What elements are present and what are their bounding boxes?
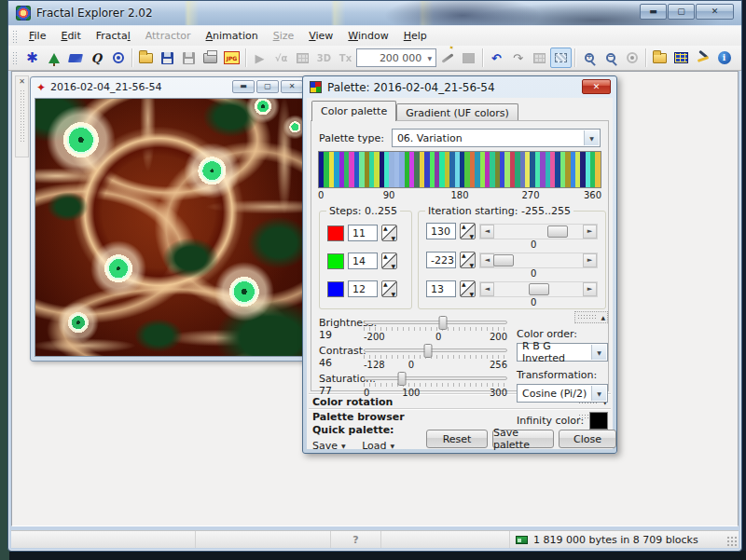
load-dropdown[interactable]: Load▼ <box>362 440 394 452</box>
tree-mode-button[interactable] <box>43 48 64 68</box>
scroll-thumb[interactable] <box>529 283 549 295</box>
attractor-mode-button[interactable] <box>107 48 129 68</box>
maximize-button[interactable]: ▢ <box>668 4 695 20</box>
tools-icon <box>697 52 710 63</box>
scroll-left-icon[interactable]: ◄ <box>480 225 494 239</box>
grid-button <box>292 48 313 68</box>
scroll-left-icon[interactable]: ◄ <box>480 253 494 267</box>
slider-thumb[interactable] <box>438 316 447 330</box>
undo-button[interactable]: ↶ <box>486 48 507 68</box>
palette-table-button[interactable] <box>670 48 692 68</box>
app-icon <box>16 6 31 20</box>
iteration-red-input[interactable]: 130 <box>426 223 456 239</box>
scroll-thumb[interactable] <box>493 254 514 266</box>
scroll-left-icon[interactable]: ◄ <box>480 282 494 296</box>
iteration-red-spinner[interactable] <box>460 223 476 239</box>
blue-steps-input[interactable]: 12 <box>348 280 378 297</box>
menu-view[interactable]: View <box>301 27 340 45</box>
blue-steps-spinner[interactable] <box>381 280 397 297</box>
wand-button[interactable] <box>436 48 458 68</box>
close-icon[interactable]: ✕ <box>16 76 28 86</box>
panel-collapse-button[interactable]: ▲ <box>574 311 608 323</box>
scroll-right-icon[interactable]: ► <box>583 282 597 296</box>
fractal-image[interactable] <box>35 98 304 357</box>
close-button[interactable]: ✕ <box>696 4 734 20</box>
child-minimize-button[interactable]: ▬ <box>232 80 255 93</box>
slider-tick-label: -128 <box>364 360 385 370</box>
title-bar[interactable]: Fractal Explorer 2.02 ▬ ▢ ✕ <box>8 1 741 25</box>
menu-fractal[interactable]: Fractal <box>89 27 138 45</box>
selection-tool-button[interactable] <box>550 48 572 68</box>
scroll-right-icon[interactable]: ► <box>583 225 597 239</box>
iteration-blue-input[interactable]: 13 <box>426 280 456 297</box>
menu-edit[interactable]: Edit <box>53 27 88 45</box>
slider-thumb[interactable] <box>397 372 406 386</box>
save-palette-button[interactable]: Save palette <box>492 430 554 448</box>
brightness-slider[interactable]: -2000200 <box>364 321 507 343</box>
dock-grip[interactable] <box>20 89 25 142</box>
chevron-down-icon[interactable]: ▼ <box>591 345 606 360</box>
iteration-green-spinner[interactable] <box>460 252 476 268</box>
options-button[interactable] <box>692 48 713 68</box>
scroll-right-icon[interactable]: ► <box>583 253 597 267</box>
menubar-grip[interactable] <box>12 30 17 43</box>
palette-dialog-titlebar[interactable]: Palette: 2016-02-04_21-56-54 ✕ <box>303 76 616 98</box>
menu-animation[interactable]: Animation <box>199 27 266 45</box>
red-steps-input[interactable]: 11 <box>348 225 378 241</box>
child-close-button[interactable]: ✕ <box>281 80 303 93</box>
menu-window[interactable]: Window <box>340 27 395 45</box>
toolbar-grip[interactable] <box>12 51 17 64</box>
transformation-label: Transformation: <box>517 369 608 381</box>
red-steps-spinner[interactable] <box>381 225 397 241</box>
menu-file[interactable]: File <box>21 27 53 45</box>
chevron-down-icon[interactable]: ▼ <box>584 130 599 145</box>
close-dialog-button[interactable]: Close <box>559 430 616 448</box>
wand-icon <box>441 53 453 62</box>
chevron-down-icon[interactable]: ▼ <box>427 55 432 61</box>
green-swatch[interactable] <box>327 253 344 269</box>
chevron-down-icon[interactable]: ▼ <box>591 386 606 401</box>
color-order-combobox[interactable]: R B G Inverted ▼ <box>517 343 608 362</box>
transformation-combobox[interactable]: Cosine (Pi/2) ▼ <box>517 384 608 403</box>
red-swatch[interactable] <box>327 225 344 241</box>
tab-gradient-uf[interactable]: Gradient (UF colors) <box>396 103 518 121</box>
child-restore-button[interactable]: ▢ <box>256 80 279 93</box>
iteration-red-scrollbar[interactable]: ◄ ► <box>479 224 598 239</box>
print-button[interactable] <box>200 48 221 68</box>
minimize-button[interactable]: ▬ <box>640 4 667 20</box>
fractal-mode-button[interactable]: ✱ <box>21 48 43 68</box>
menu-help[interactable]: Help <box>396 27 435 45</box>
slider-thumb[interactable] <box>424 344 433 358</box>
mdi-client-area: ✕ ✦ 2016-02-04_21-56-54 ▬ ▢ ✕ Palette: 2… <box>11 71 739 526</box>
flame-mode-button[interactable] <box>64 48 86 68</box>
export-jpg-button[interactable]: JPG <box>221 48 242 68</box>
fractal-window-titlebar[interactable]: ✦ 2016-02-04_21-56-54 ▬ ▢ ✕ <box>31 77 308 97</box>
palette-type-combobox[interactable]: 06. Variation ▼ <box>392 129 601 147</box>
save-dropdown[interactable]: Save▼ <box>312 440 346 452</box>
about-button[interactable]: i <box>713 48 735 68</box>
resize-grip[interactable] <box>726 536 738 547</box>
zoom-out-button[interactable]: − <box>600 48 621 68</box>
palette-strip[interactable] <box>318 151 601 188</box>
infinity-color-swatch[interactable] <box>589 412 608 430</box>
iterations-combobox[interactable]: 200 000 ▼ <box>356 48 436 67</box>
zoom-in-button[interactable]: + <box>578 48 600 68</box>
saturation-slider[interactable]: 0100300 <box>364 376 507 399</box>
blue-swatch[interactable] <box>327 281 344 297</box>
save-button[interactable] <box>157 48 178 68</box>
browse-button[interactable] <box>649 48 670 68</box>
iteration-blue-scrollbar[interactable]: ◄ ► <box>479 281 598 297</box>
iteration-blue-spinner[interactable] <box>460 280 476 297</box>
green-steps-input[interactable]: 14 <box>348 253 378 269</box>
tab-color-palette[interactable]: Color palette <box>311 101 396 121</box>
palette-close-button[interactable]: ✕ <box>582 79 611 94</box>
scroll-thumb[interactable] <box>547 225 568 238</box>
green-steps-spinner[interactable] <box>381 253 397 269</box>
contrast-slider[interactable]: -1280256 <box>364 348 507 371</box>
iteration-green-input[interactable]: -223 <box>426 252 456 268</box>
quaternion-mode-button[interactable]: Q <box>86 48 107 68</box>
open-button[interactable] <box>135 48 157 68</box>
reset-button[interactable]: Reset <box>426 430 488 448</box>
threed-button: 3D <box>313 48 335 68</box>
iteration-green-scrollbar[interactable]: ◄ ► <box>479 253 598 268</box>
